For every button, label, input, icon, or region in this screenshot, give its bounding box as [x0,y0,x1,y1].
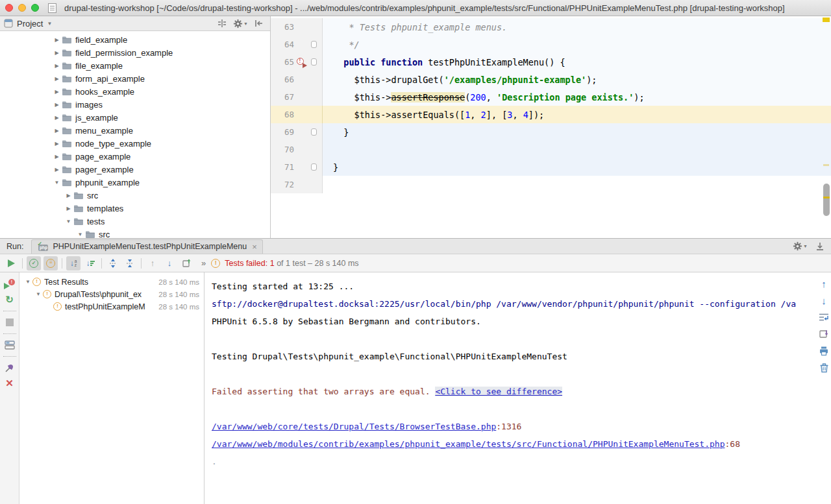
warning-stripe-mark[interactable] [823,164,829,166]
line-number[interactable]: 70 [271,145,294,154]
project-tree-item[interactable]: ▶node_type_example [0,137,270,150]
next-failed-test-button[interactable]: ↓ [162,256,177,270]
stop-button[interactable] [0,315,19,330]
chevron-collapsed-icon[interactable]: ▶ [52,50,62,56]
chevron-expanded-icon[interactable]: ▼ [34,291,43,297]
sort-alphabetically-button[interactable]: ↓az [66,256,81,270]
previous-failed-test-button[interactable]: ↑ [145,256,160,270]
dock-panel-icon[interactable] [815,242,825,251]
locate-file-icon[interactable] [217,19,227,28]
editor-scrollbar[interactable] [822,16,831,238]
project-tree-item[interactable]: ▶field_permission_example [0,46,270,59]
line-number[interactable]: 72 [271,180,294,189]
console-link[interactable]: <Click to see difference> [435,387,562,396]
down-stacktrace-button[interactable]: ↓ [821,294,826,306]
project-tree-item[interactable]: ▶form_api_example [0,72,270,85]
line-number[interactable]: 68 [271,110,294,119]
project-panel-title[interactable]: Project [17,19,43,29]
editor-line[interactable]: 69 } [271,123,831,141]
project-tree-item[interactable]: ▶file_example [0,59,270,72]
expand-all-button[interactable] [106,256,120,270]
project-tree-item[interactable]: ▼src [0,228,270,238]
editor-line[interactable]: 68 $this->assertEquals([1, 2], [3, 4]); [271,106,831,123]
failed-test-gutter-icon[interactable]: ! [297,58,306,67]
chevron-expanded-icon[interactable]: ▼ [64,219,73,224]
chevron-collapsed-icon[interactable]: ▶ [52,115,62,121]
show-ignored-toggle[interactable]: ≡ [43,256,58,270]
project-tree-item[interactable]: ▶field_example [0,33,270,46]
chevron-expanded-icon[interactable]: ▼ [75,232,85,237]
chevron-collapsed-icon[interactable]: ▶ [52,37,62,43]
project-tree-item[interactable]: ▶pager_example [0,163,270,176]
chevron-collapsed-icon[interactable]: ▶ [52,63,62,69]
warning-stripe-mark[interactable] [823,18,830,22]
line-number[interactable]: 69 [271,127,294,137]
show-passed-toggle[interactable]: ✓ [27,256,41,270]
print-icon[interactable] [819,345,829,357]
editor-line[interactable]: 70 [271,141,831,158]
collapse-all-button[interactable] [123,256,137,270]
editor-line[interactable]: 66 $this->drupalGet('/examples/phpunit-e… [271,71,831,88]
up-stacktrace-button[interactable]: ↑ [821,278,826,289]
line-number[interactable]: 67 [271,92,294,102]
console-panel[interactable]: Testing started at 13:25 ...sftp://docke… [205,272,831,504]
line-number[interactable]: 66 [271,75,294,84]
pin-tab-button[interactable] [0,360,19,376]
console-link[interactable]: /var/www/web/core/tests/Drupal/Tests/Bro… [212,422,496,431]
project-tree-item[interactable]: ▼tests [0,215,270,228]
import-test-results-button[interactable] [179,256,193,270]
more-options-chevron[interactable]: » [201,258,206,268]
close-panel-button[interactable]: ✕ [0,376,19,391]
editor-line[interactable]: 71} [271,158,831,176]
line-number[interactable]: 65 [271,57,294,67]
chevron-expanded-icon[interactable]: ▼ [23,279,32,285]
fold-marker-icon[interactable] [311,163,317,171]
project-tree-item[interactable]: ▶page_example [0,150,270,163]
chevron-collapsed-icon[interactable]: ▶ [52,89,62,95]
rerun-failed-tests-button[interactable]: ! [0,276,19,292]
chevron-expanded-icon[interactable]: ▼ [52,180,62,186]
fold-marker-icon[interactable] [311,41,317,48]
editor-line[interactable]: 64 */ [271,36,831,53]
scroll-to-end-button[interactable] [819,328,829,340]
hide-panel-icon[interactable] [254,19,264,28]
code-editor[interactable]: 63 * Tests phpunit_example menus.64 */65… [271,16,831,238]
test-tree-item[interactable]: ▼!Drupal\Tests\phpunit_ex28 s 140 ms [19,288,204,300]
clear-all-icon[interactable] [819,362,829,374]
soft-wrap-button[interactable] [819,311,829,323]
test-tree-item[interactable]: ▼!Test Results28 s 140 ms [19,276,204,288]
editor-line[interactable]: 63 * Tests phpunit_example menus. [271,18,831,36]
minimize-window-button[interactable] [18,4,26,12]
test-tree-item[interactable]: !testPhpUnitExampleM28 s 140 ms [19,300,204,313]
chevron-collapsed-icon[interactable]: ▶ [52,167,62,173]
restore-layout-button[interactable] [0,337,19,353]
project-settings-gear-icon[interactable]: ▼ [233,19,248,29]
run-settings-gear-icon[interactable]: ▼ [793,241,808,251]
chevron-down-icon[interactable]: ▼ [47,21,52,27]
fold-marker-icon[interactable] [311,58,317,66]
sort-by-duration-button[interactable]: ↓ [83,256,97,270]
project-tree-item[interactable]: ▶menu_example [0,124,270,137]
close-tab-icon[interactable]: × [252,242,257,252]
project-tree-item[interactable]: ▶src [0,189,270,202]
chevron-collapsed-icon[interactable]: ▶ [52,102,62,108]
chevron-collapsed-icon[interactable]: ▶ [64,206,73,211]
line-number[interactable]: 63 [271,22,294,32]
chevron-collapsed-icon[interactable]: ▶ [52,154,62,160]
project-tree-item[interactable]: ▶images [0,98,270,111]
project-tree-item[interactable]: ▼phpunit_example [0,176,270,189]
project-tree-item[interactable]: ▶hooks_example [0,85,270,98]
chevron-collapsed-icon[interactable]: ▶ [52,128,62,134]
rerun-button[interactable] [4,256,18,270]
toggle-auto-test-button[interactable]: ↻ [0,292,19,307]
line-number[interactable]: 71 [271,162,294,172]
line-number[interactable]: 64 [271,40,294,49]
zoom-window-button[interactable] [31,4,39,12]
chevron-collapsed-icon[interactable]: ▶ [64,193,73,198]
scrollbar-thumb[interactable] [823,184,830,216]
editor-line[interactable]: 72 [271,176,831,193]
fold-marker-icon[interactable] [311,128,317,136]
project-tree-item[interactable]: ▶js_example [0,111,270,124]
chevron-collapsed-icon[interactable]: ▶ [52,76,62,82]
project-tree-item[interactable]: ▶templates [0,202,270,215]
